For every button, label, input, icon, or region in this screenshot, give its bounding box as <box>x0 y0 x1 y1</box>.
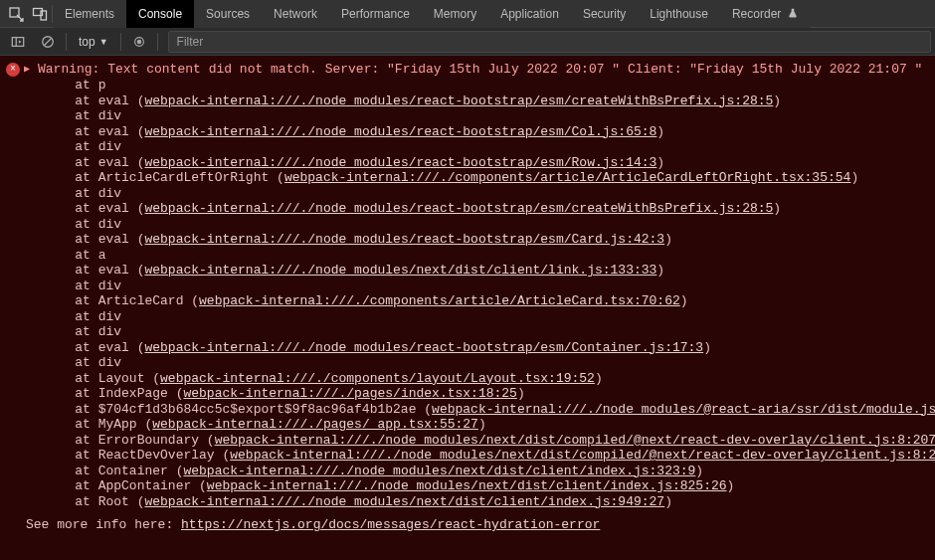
stack-frame-name: ReactDevOverlay <box>98 448 215 463</box>
stack-frame: at ReactDevOverlay (webpack-internal:///… <box>44 448 925 464</box>
tab-sources[interactable]: Sources <box>194 0 262 28</box>
stack-at-keyword: at <box>75 78 97 93</box>
stack-frame: at eval (webpack-internal:///./node_modu… <box>44 340 925 356</box>
stack-frame-source-link[interactable]: webpack-internal:///./node_modules/@reac… <box>432 402 935 417</box>
stack-frame-name: AppContainer <box>98 478 192 493</box>
stack-frame-source-link[interactable]: webpack-internal:///./pages/_app.tsx:55:… <box>152 417 478 432</box>
see-more-info: See more info here: https://nextjs.org/d… <box>6 517 925 533</box>
error-message-text: Warning: Text content did not match. Ser… <box>38 62 925 78</box>
console-output[interactable]: × ▶ Warning: Text content did not match.… <box>0 56 935 560</box>
stack-frame-name: ArticleCard <box>98 293 184 308</box>
stack-at-keyword: at <box>75 464 97 478</box>
device-toggle-icon[interactable] <box>28 0 52 28</box>
tab-network[interactable]: Network <box>262 0 329 28</box>
svg-point-8 <box>137 40 141 44</box>
stack-frame-source-link[interactable]: webpack-internal:///./components/article… <box>199 293 680 308</box>
stack-frame: at Layout (webpack-internal:///./compone… <box>44 371 925 387</box>
stack-frame: at div <box>44 324 925 340</box>
stack-at-keyword: at <box>75 340 97 355</box>
tab-application[interactable]: Application <box>488 0 571 28</box>
stack-frame-name: a <box>98 248 106 263</box>
stack-frame-name: eval <box>98 201 129 216</box>
live-expression-icon[interactable] <box>127 30 151 54</box>
console-error-message: × ▶ Warning: Text content did not match.… <box>6 62 925 78</box>
execution-context-select[interactable]: top ▼ <box>73 31 114 53</box>
tab-lighthouse[interactable]: Lighthouse <box>638 0 720 28</box>
stack-frame-name: IndexPage <box>98 386 168 401</box>
stack-frame-name: div <box>98 186 121 201</box>
stack-frame: at eval (webpack-internal:///./node_modu… <box>44 124 925 140</box>
stack-frame-source-link[interactable]: webpack-internal:///./node_modules/react… <box>144 232 664 247</box>
stack-frame-source-link[interactable]: webpack-internal:///./node_modules/react… <box>144 340 703 355</box>
toolbar-divider <box>66 33 67 51</box>
stack-frame: at ArticleCard (webpack-internal:///./co… <box>44 293 925 309</box>
toolbar-divider <box>120 33 121 51</box>
stack-frame-source-link[interactable]: webpack-internal:///./node_modules/react… <box>144 93 773 108</box>
stack-frame-name: eval <box>98 263 129 278</box>
stack-frame: at div <box>44 186 925 202</box>
tab-recorder[interactable]: Recorder <box>720 0 810 28</box>
stack-frame-source-link[interactable]: webpack-internal:///./components/article… <box>284 170 851 185</box>
stack-frame-name: div <box>98 217 121 232</box>
stack-at-keyword: at <box>75 248 97 263</box>
stack-frame-name: eval <box>98 124 129 139</box>
stack-frame: at ErrorBoundary (webpack-internal:///./… <box>44 433 925 449</box>
stack-frame: at eval (webpack-internal:///./node_modu… <box>44 201 925 217</box>
disclosure-triangle-icon[interactable]: ▶ <box>24 62 34 78</box>
stack-frame-name: div <box>98 355 121 370</box>
stack-frame-source-link[interactable]: webpack-internal:///./node_modules/next/… <box>183 464 695 478</box>
stack-frame-source-link[interactable]: webpack-internal:///./node_modules/next/… <box>144 494 664 509</box>
inspect-icon[interactable] <box>4 0 28 28</box>
stack-at-keyword: at <box>75 201 97 216</box>
stack-frame-source-link[interactable]: webpack-internal:///./node_modules/react… <box>144 124 656 139</box>
stack-frame: at div <box>44 279 925 294</box>
stack-at-keyword: at <box>75 402 97 417</box>
tab-security[interactable]: Security <box>571 0 638 28</box>
stack-frame-name: eval <box>98 340 129 355</box>
tab-console[interactable]: Console <box>126 0 194 28</box>
stack-frame: at ArticleCardLeftOrRight (webpack-inter… <box>44 170 925 186</box>
chevron-down-icon: ▼ <box>99 37 108 47</box>
clear-console-icon[interactable] <box>36 30 60 54</box>
stack-frame-name: eval <box>98 232 129 247</box>
devtools-tab-strip: Elements Console Sources Network Perform… <box>0 0 935 28</box>
stack-frame: at div <box>44 355 925 371</box>
tab-memory[interactable]: Memory <box>422 0 488 28</box>
stack-frame: at MyApp (webpack-internal:///./pages/_a… <box>44 417 925 433</box>
see-more-link[interactable]: https://nextjs.org/docs/messages/react-h… <box>181 517 600 532</box>
stack-frame: at div <box>44 217 925 233</box>
stack-frame: at a <box>44 248 925 264</box>
console-filter-input[interactable] <box>168 31 931 53</box>
stack-frame-source-link[interactable]: webpack-internal:///./node_modules/react… <box>144 155 656 170</box>
stack-frame-name: Container <box>98 464 168 478</box>
stack-frame: at Root (webpack-internal:///./node_modu… <box>44 494 925 510</box>
tab-elements[interactable]: Elements <box>53 0 126 28</box>
stack-frame-name: div <box>98 108 121 123</box>
tab-performance[interactable]: Performance <box>329 0 422 28</box>
stack-at-keyword: at <box>75 108 97 123</box>
stack-frame-source-link[interactable]: webpack-internal:///./node_modules/next/… <box>230 448 935 463</box>
stack-frame-source-link[interactable]: webpack-internal:///./node_modules/next/… <box>215 433 935 448</box>
toolbar-divider <box>157 33 158 51</box>
stack-frame-name: MyApp <box>98 417 137 432</box>
stack-frame: at eval (webpack-internal:///./node_modu… <box>44 232 925 248</box>
console-sidebar-toggle-icon[interactable] <box>6 30 30 54</box>
stack-frame-source-link[interactable]: webpack-internal:///./node_modules/next/… <box>144 263 656 278</box>
stack-frame-source-link[interactable]: webpack-internal:///./components/layout/… <box>160 371 595 386</box>
stack-at-keyword: at <box>75 170 97 185</box>
svg-line-6 <box>45 38 52 45</box>
stack-frame-source-link[interactable]: webpack-internal:///./node_modules/react… <box>144 201 773 216</box>
stack-at-keyword: at <box>75 417 97 432</box>
console-toolbar: top ▼ <box>0 28 935 56</box>
stack-at-keyword: at <box>75 155 97 170</box>
stack-frame-name: div <box>98 139 121 154</box>
stack-frame: at Container (webpack-internal:///./node… <box>44 464 925 479</box>
flask-icon <box>788 7 798 21</box>
stack-frame: at div <box>44 309 925 325</box>
stack-frame-name: div <box>98 324 121 339</box>
stack-at-keyword: at <box>75 448 97 463</box>
stack-at-keyword: at <box>75 371 97 386</box>
stack-frame-source-link[interactable]: webpack-internal:///./pages/index.tsx:18… <box>183 386 516 401</box>
stack-at-keyword: at <box>75 279 97 293</box>
stack-frame-source-link[interactable]: webpack-internal:///./node_modules/next/… <box>207 478 727 493</box>
